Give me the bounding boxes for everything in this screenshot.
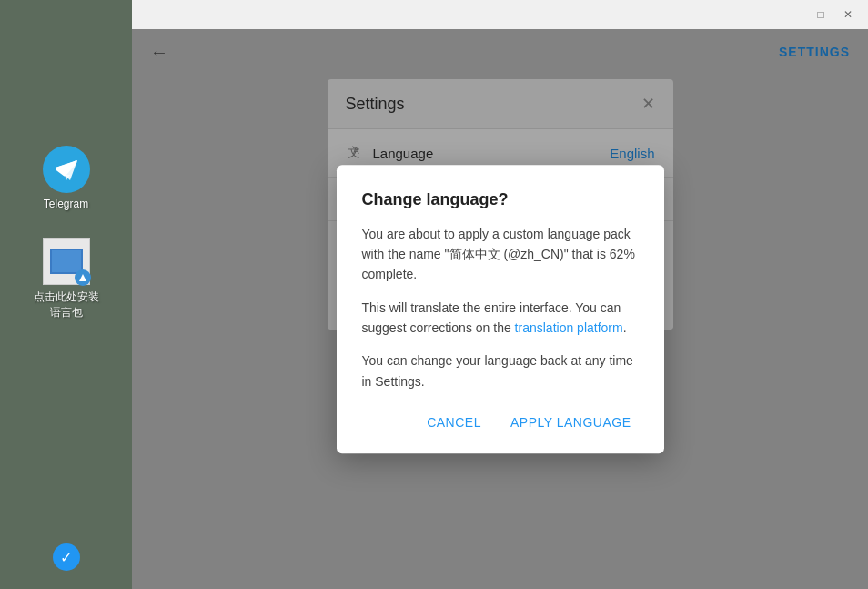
install-icon-label: 点击此处安装 语言包 [34,289,99,320]
apply-language-button[interactable]: Apply Language [503,410,639,435]
dialog-paragraph1: You are about to apply a custom language… [362,224,639,285]
install-lang-desktop-icon[interactable]: 点击此处安装 语言包 [21,238,112,320]
dialog-paragraph3: You can change your language back at any… [362,351,639,392]
desktop-sidebar: Telegram 点击此处安装 语言包 ✓ [0,0,132,589]
dialog-paragraph2-after: . [623,320,627,335]
check-badge: ✓ [53,543,80,571]
svg-marker-0 [79,274,86,281]
change-language-dialog: Change language? You are about to apply … [337,165,664,454]
app-window: ─ □ ✕ ← SETTINGS Settings ✕ 文 A [132,0,868,589]
dialog-title: Change language? [362,190,639,209]
app-body: ← SETTINGS Settings ✕ 文 A Language Engli… [132,29,868,589]
close-button[interactable]: ✕ [835,5,861,25]
dialog-actions: Cancel Apply Language [362,410,639,435]
dialog-body: You are about to apply a custom language… [362,224,639,392]
telegram-icon-img [43,146,90,193]
minimize-button[interactable]: ─ [781,5,806,25]
telegram-desktop-icon[interactable]: Telegram [21,146,112,210]
translation-platform-link[interactable]: translation platform [515,320,623,335]
title-bar: ─ □ ✕ [132,0,868,29]
dialog-paragraph2: This will translate the entire interface… [362,298,639,339]
install-icon-img [43,238,90,285]
maximize-button[interactable]: □ [808,5,833,25]
telegram-icon-label: Telegram [44,198,88,210]
cancel-button[interactable]: Cancel [419,410,489,435]
